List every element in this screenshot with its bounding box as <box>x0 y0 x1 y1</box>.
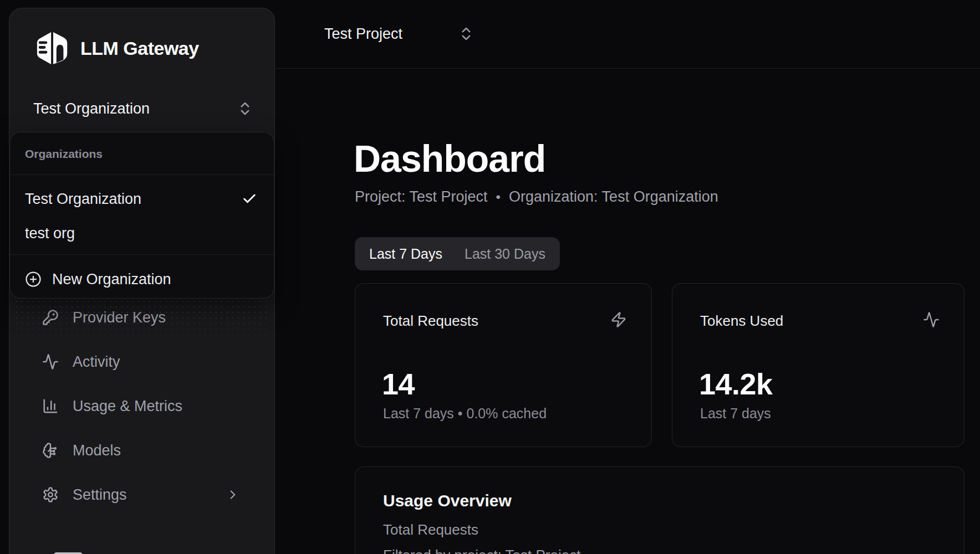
sidebar-item-usage-metrics[interactable]: Usage & Metrics <box>9 384 274 428</box>
stat-card-title: Total Requests <box>383 312 478 330</box>
sidebar: LLM Gateway Test Organization Provider K… <box>9 8 275 554</box>
tab-last-30-days[interactable]: Last 30 Days <box>465 246 545 262</box>
sidebar-item-label: Provider Keys <box>73 309 166 326</box>
app-screen: LLM Gateway Test Organization Provider K… <box>0 0 980 554</box>
meta-project: Project: Test Project <box>355 188 488 206</box>
stat-card-tokens-used: Tokens Used 14.2k Last 7 days <box>672 283 964 447</box>
brand: LLM Gateway <box>35 30 199 66</box>
date-range-tabs: Last 7 Days Last 30 Days <box>355 237 560 270</box>
dropdown-section-label: Organizations <box>25 147 103 161</box>
sidebar-item-settings[interactable]: Settings <box>9 473 274 517</box>
page-meta: Project: Test Project • Organization: Te… <box>355 188 718 206</box>
key-icon <box>42 309 59 326</box>
plus-circle-icon <box>25 271 42 288</box>
sidebar-item-label: Models <box>73 442 121 459</box>
project-selector-value: Test Project <box>324 25 402 43</box>
check-icon <box>242 191 257 207</box>
activity-icon <box>42 353 59 370</box>
brand-name: LLM Gateway <box>80 38 199 59</box>
stat-card-subtitle: Last 7 days • 0.0% cached <box>383 406 547 422</box>
zap-icon <box>610 311 627 328</box>
sidebar-item-activity[interactable]: Activity <box>9 340 274 384</box>
organization-selector-value: Test Organization <box>33 100 150 117</box>
new-organization-label: New Organization <box>52 271 171 288</box>
sidebar-item-models[interactable]: Models <box>9 428 274 473</box>
sidebar-item-label: Activity <box>73 353 120 371</box>
tab-last-7-days[interactable]: Last 7 Days <box>369 246 442 262</box>
stat-card-subtitle: Last 7 days <box>700 406 771 422</box>
divider <box>10 175 274 175</box>
stat-card-total-requests: Total Requests 14 Last 7 days • 0.0% cac… <box>355 283 652 447</box>
sidebar-item-label: Settings <box>73 486 127 504</box>
gear-icon <box>42 486 59 503</box>
page-title: Dashboard <box>354 140 545 177</box>
sidebar-item-provider-keys[interactable]: Provider Keys <box>9 295 274 340</box>
stat-card-value: 14 <box>382 367 415 401</box>
org-option-test-organization[interactable]: Test Organization <box>10 184 274 213</box>
organization-dropdown: Organizations Test Organization test org… <box>9 132 274 299</box>
project-selector[interactable]: Test Project <box>309 17 490 51</box>
chevrons-up-down-icon <box>237 100 253 117</box>
usage-overview-card: Usage Overview Total Requests Filtered b… <box>355 466 964 554</box>
topbar: Test Project <box>275 0 980 69</box>
stat-card-title: Tokens Used <box>700 312 783 330</box>
stat-card-value: 14.2k <box>699 367 773 401</box>
meta-separator: • <box>496 189 501 205</box>
org-option-test-org[interactable]: test org <box>10 219 274 248</box>
org-option-label: test org <box>10 225 75 242</box>
new-organization-button[interactable]: New Organization <box>10 261 274 297</box>
chevron-right-icon <box>226 488 240 502</box>
brain-icon <box>42 442 59 459</box>
bar-chart-icon <box>42 398 59 414</box>
meta-organization: Organization: Test Organization <box>509 188 718 206</box>
organization-selector[interactable]: Test Organization <box>9 93 274 125</box>
org-option-label: Test Organization <box>10 191 141 208</box>
usage-overview-title: Usage Overview <box>383 491 512 510</box>
sidebar-item-label: Usage & Metrics <box>73 398 182 415</box>
sidebar-nav: Provider Keys Activity Usage & Metrics <box>9 295 274 517</box>
usage-overview-filter-note: Filtered by project: Test Project <box>383 547 580 554</box>
llm-gateway-logo-icon <box>35 30 72 66</box>
divider <box>10 254 274 255</box>
usage-overview-subtitle: Total Requests <box>383 521 478 538</box>
activity-icon <box>923 311 940 328</box>
chevrons-up-down-icon <box>458 25 474 42</box>
